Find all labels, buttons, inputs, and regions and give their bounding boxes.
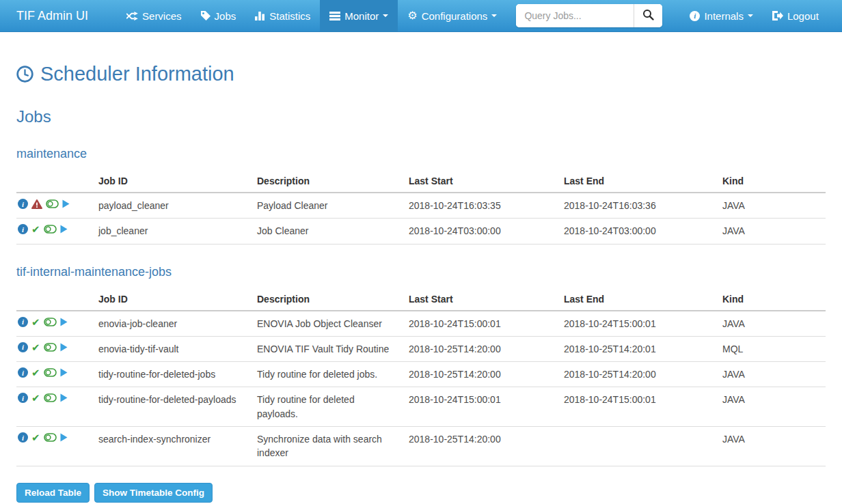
nav-item-internals[interactable]: i Internals bbox=[680, 0, 763, 31]
column-header-description: Description bbox=[252, 288, 403, 311]
search-button[interactable] bbox=[634, 4, 662, 27]
navbar: TIF Admin UI Services Jobs Statistics Mo… bbox=[0, 0, 842, 32]
cell-job-id: payload_cleaner bbox=[93, 193, 252, 219]
play-icon[interactable] bbox=[60, 318, 68, 326]
play-icon[interactable] bbox=[60, 343, 68, 352]
job-group-tif-internal: tif-internal-maintenance-jobs Job ID Des… bbox=[16, 265, 826, 466]
nav-item-statistics[interactable]: Statistics bbox=[245, 0, 320, 31]
cell-description: Payload Cleaner bbox=[252, 193, 403, 219]
cell-job-id: job_cleaner bbox=[93, 219, 252, 244]
cell-description: Tidy routine for deleted payloads. bbox=[252, 387, 403, 427]
cell-kind: JAVA bbox=[717, 219, 826, 244]
tasks-icon bbox=[329, 12, 340, 20]
group-title: tif-internal-maintenance-jobs bbox=[16, 265, 826, 279]
nav-item-logout[interactable]: Logout bbox=[763, 0, 828, 31]
toggle-icon[interactable] bbox=[44, 393, 57, 402]
cell-last-start: 2018-10-24T03:00:00 bbox=[403, 219, 558, 244]
info-icon[interactable]: i bbox=[18, 393, 28, 403]
job-actions: i✔ bbox=[16, 311, 93, 337]
info-icon[interactable]: i bbox=[18, 432, 28, 443]
toggle-icon[interactable] bbox=[44, 368, 57, 377]
chevron-down-icon bbox=[748, 14, 753, 17]
job-actions: i✔ bbox=[16, 362, 93, 387]
play-icon[interactable] bbox=[60, 393, 68, 402]
info-icon[interactable]: i bbox=[18, 367, 28, 378]
cell-last-start: 2018-10-24T16:03:35 bbox=[403, 193, 558, 219]
page-title: Scheduler Information bbox=[16, 63, 826, 85]
cell-last-end: 2018-10-25T14:20:01 bbox=[558, 336, 717, 361]
nav-item-label: Internals bbox=[704, 10, 744, 22]
cell-job-id: tidy-routine-for-deleted-jobs bbox=[93, 362, 252, 387]
play-icon[interactable] bbox=[62, 199, 70, 208]
job-actions: i✔ bbox=[16, 387, 93, 427]
check-icon: ✔ bbox=[31, 432, 40, 443]
job-row: ipayload_cleanerPayload Cleaner2018-10-2… bbox=[16, 193, 826, 219]
cell-last-end: 2018-10-24T15:00:01 bbox=[558, 311, 717, 337]
group-title: maintenance bbox=[16, 147, 826, 161]
check-icon: ✔ bbox=[31, 224, 40, 234]
cell-description: ENOVIA Job Object Cleanser bbox=[252, 311, 403, 337]
play-icon[interactable] bbox=[60, 225, 68, 234]
clock-icon bbox=[16, 66, 33, 83]
job-row: i✔job_cleanerJob Cleaner2018-10-24T03:00… bbox=[16, 219, 826, 244]
column-header-actions bbox=[16, 170, 93, 193]
nav-item-label: Statistics bbox=[269, 10, 310, 22]
nav-item-label: Services bbox=[142, 10, 182, 22]
brand[interactable]: TIF Admin UI bbox=[0, 9, 100, 23]
toggle-icon[interactable] bbox=[44, 318, 57, 326]
cell-kind: JAVA bbox=[717, 387, 826, 427]
toggle-icon[interactable] bbox=[44, 225, 57, 234]
column-header-job-id: Job ID bbox=[93, 288, 252, 311]
cell-last-start: 2018-10-24T15:00:01 bbox=[403, 387, 558, 427]
nav-right: i Internals Logout bbox=[680, 0, 828, 31]
gear-icon: ⚙ bbox=[407, 10, 417, 21]
shuffle-icon bbox=[126, 12, 138, 20]
check-icon: ✔ bbox=[31, 317, 40, 327]
table-actions: Reload Table Show Timetable Config bbox=[16, 483, 826, 503]
column-header-kind: Kind bbox=[717, 170, 826, 193]
nav-item-monitor[interactable]: Monitor bbox=[320, 0, 398, 31]
toggle-icon[interactable] bbox=[44, 343, 57, 352]
sign-out-icon bbox=[772, 11, 783, 20]
toggle-icon[interactable] bbox=[46, 199, 59, 208]
nav-item-services[interactable]: Services bbox=[117, 0, 191, 31]
column-header-job-id: Job ID bbox=[93, 170, 252, 193]
info-icon[interactable]: i bbox=[18, 224, 28, 234]
show-timetable-config-button[interactable]: Show Timetable Config bbox=[94, 483, 213, 503]
cell-last-start: 2018-10-25T14:20:00 bbox=[403, 362, 558, 387]
job-actions: i✔ bbox=[16, 427, 93, 466]
column-header-description: Description bbox=[252, 170, 403, 193]
info-circle-icon: i bbox=[690, 11, 700, 21]
info-icon[interactable]: i bbox=[18, 317, 28, 327]
job-actions: i✔ bbox=[16, 336, 93, 361]
toggle-icon[interactable] bbox=[44, 433, 57, 442]
nav-item-configurations[interactable]: ⚙ Configurations bbox=[398, 0, 506, 31]
check-icon: ✔ bbox=[31, 367, 40, 378]
nav-item-label: Monitor bbox=[344, 10, 379, 22]
column-header-kind: Kind bbox=[717, 288, 826, 311]
reload-table-button[interactable]: Reload Table bbox=[16, 483, 90, 503]
cell-last-start: 2018-10-25T14:20:00 bbox=[403, 336, 558, 361]
cell-job-id: enovia-job-cleaner bbox=[93, 311, 252, 337]
play-icon[interactable] bbox=[60, 433, 68, 442]
info-icon[interactable]: i bbox=[18, 199, 28, 209]
job-row: i✔enovia-job-cleanerENOVIA Job Object Cl… bbox=[16, 311, 826, 337]
cell-last-end bbox=[558, 427, 717, 466]
nav-item-label: Configurations bbox=[422, 10, 488, 22]
job-row: i✔tidy-routine-for-deleted-jobsTidy rout… bbox=[16, 362, 826, 387]
check-icon: ✔ bbox=[31, 393, 40, 403]
cell-job-id: enovia-tidy-tif-vault bbox=[93, 336, 252, 361]
cell-last-start: 2018-10-24T15:00:01 bbox=[403, 311, 558, 337]
cell-last-end: 2018-10-24T16:03:36 bbox=[558, 193, 717, 219]
search-input[interactable] bbox=[516, 4, 634, 27]
cell-job-id: tidy-routine-for-deleted-payloads bbox=[93, 387, 252, 427]
play-icon[interactable] bbox=[60, 368, 68, 377]
nav-item-jobs[interactable]: Jobs bbox=[191, 0, 246, 31]
table-header-row: Job ID Description Last Start Last End K… bbox=[16, 170, 826, 193]
search-icon bbox=[642, 9, 654, 23]
page-title-text: Scheduler Information bbox=[40, 63, 234, 85]
table-header-row: Job ID Description Last Start Last End K… bbox=[16, 288, 826, 311]
info-icon[interactable]: i bbox=[18, 342, 28, 352]
chevron-down-icon bbox=[491, 14, 497, 17]
cell-description: Job Cleaner bbox=[252, 219, 403, 244]
